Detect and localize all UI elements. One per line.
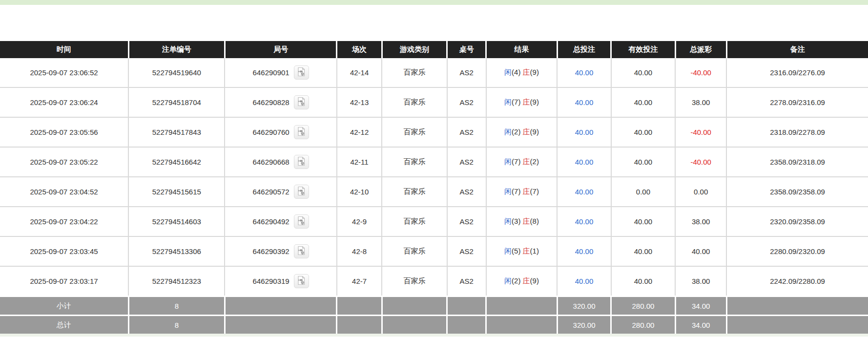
player-result-label: 闲	[504, 217, 512, 225]
game-no-value: 646290901	[253, 68, 289, 77]
game-no-wrap: 646290760	[225, 125, 336, 139]
result-cell: 闲(7) 庄(7)	[486, 177, 558, 207]
video-record-button[interactable]	[294, 185, 309, 199]
game-no-cell: 646290828	[225, 87, 336, 117]
top-status-bar	[0, 0, 868, 5]
bet-id-cell: 522794518704	[128, 87, 225, 117]
game-no-cell: 646290760	[225, 117, 336, 147]
remark-cell: 2280.09/2320.09	[726, 236, 868, 266]
session-cell: 42-8	[337, 236, 382, 266]
summary-remark-cell	[726, 316, 868, 334]
game-no-value: 646290760	[253, 128, 289, 136]
bet-records-section: 时间注单编号局号场次游戏类别桌号结果总投注有效投注总派彩备注 2025-09-0…	[0, 41, 868, 334]
player-result-label: 闲	[504, 68, 512, 76]
game-no-cell: 646290392	[225, 236, 336, 266]
total-bet-link[interactable]: 40.00	[575, 158, 594, 166]
game-no-wrap: 646290901	[225, 65, 336, 80]
bet-id-cell: 522794514603	[128, 207, 225, 236]
table-row: 2025-09-07 23:06:24522794518704646290828…	[0, 87, 868, 117]
table-no-cell: AS2	[447, 87, 486, 117]
table-row: 2025-09-07 23:03:17522794512323646290319…	[0, 266, 868, 297]
player-result-score: (2)	[512, 128, 520, 136]
total-bet-cell: 40.00	[557, 117, 611, 147]
total-bet-link[interactable]: 40.00	[575, 247, 594, 255]
result-cell: 闲(4) 庄(9)	[486, 58, 558, 87]
total-bet-link[interactable]: 40.00	[575, 128, 594, 136]
game-no-cell: 646290901	[225, 58, 336, 87]
game-no-cell: 646290492	[225, 207, 336, 236]
banker-result-label: 庄	[523, 128, 530, 136]
col-header-time: 时间	[0, 41, 128, 58]
summary-empty-table-no-cell	[447, 297, 486, 316]
banker-result-label: 庄	[523, 98, 530, 106]
result-cell: 闲(2) 庄(9)	[486, 266, 558, 297]
total-bet-link[interactable]: 40.00	[575, 98, 594, 106]
time-cell: 2025-09-07 23:05:22	[0, 147, 128, 177]
table-no-cell: AS2	[447, 147, 486, 177]
summary-count-cell: 8	[128, 297, 225, 316]
player-result-score: (7)	[512, 187, 520, 195]
total-bet-link[interactable]: 40.00	[575, 277, 594, 285]
banker-result-score: (1)	[530, 247, 539, 255]
video-record-icon	[296, 97, 306, 108]
session-cell: 42-9	[337, 207, 382, 236]
video-record-button[interactable]	[294, 65, 309, 80]
valid-bet-cell: 40.00	[611, 58, 676, 87]
payout-cell: -40.00	[675, 58, 726, 87]
video-record-icon	[296, 216, 306, 227]
summary-payout-cell: 34.00	[675, 297, 726, 316]
banker-result-score: (9)	[530, 128, 539, 136]
game-no-cell: 646290668	[225, 147, 336, 177]
video-record-button[interactable]	[294, 155, 309, 169]
total-bet-link[interactable]: 40.00	[575, 68, 594, 77]
game-no-wrap: 646290492	[225, 214, 336, 229]
remark-cell: 2320.09/2358.09	[726, 207, 868, 236]
game-type-cell: 百家乐	[382, 207, 447, 236]
col-header-game_type: 游戏类别	[382, 41, 447, 58]
remark-cell: 2358.09/2358.09	[726, 177, 868, 207]
player-result-label: 闲	[504, 128, 512, 136]
total-bet-cell: 40.00	[557, 58, 611, 87]
col-header-game_no: 局号	[225, 41, 336, 58]
video-record-button[interactable]	[294, 95, 309, 109]
game-no-wrap: 646290319	[225, 274, 336, 288]
total-bet-link[interactable]: 40.00	[575, 188, 594, 196]
col-header-table_no: 桌号	[447, 41, 486, 58]
total-bet-cell: 40.00	[557, 266, 611, 297]
payout-cell: 38.00	[675, 87, 726, 117]
video-record-button[interactable]	[294, 274, 309, 288]
bet-records-table: 时间注单编号局号场次游戏类别桌号结果总投注有效投注总派彩备注 2025-09-0…	[0, 41, 868, 334]
summary-empty-session-cell	[337, 297, 382, 316]
total-bet-link[interactable]: 40.00	[575, 217, 594, 226]
video-record-icon	[296, 246, 306, 257]
banker-result-score: (9)	[530, 68, 539, 76]
summary-empty-game-type-cell	[382, 297, 447, 316]
banker-result-score: (2)	[530, 157, 539, 166]
session-cell: 42-13	[337, 87, 382, 117]
banker-result-label: 庄	[523, 68, 530, 76]
summary-empty-result-cell	[486, 297, 558, 316]
col-header-total_bet: 总投注	[557, 41, 611, 58]
video-record-icon	[296, 127, 306, 138]
player-result-label: 闲	[504, 247, 512, 255]
table-row: 2025-09-07 23:04:22522794514603646290492…	[0, 207, 868, 236]
time-cell: 2025-09-07 23:06:52	[0, 58, 128, 87]
bet-id-cell: 522794513306	[128, 236, 225, 266]
result-cell: 闲(7) 庄(2)	[486, 147, 558, 177]
video-record-button[interactable]	[294, 244, 309, 258]
bet-id-cell: 522794519640	[128, 58, 225, 87]
remark-cell: 2358.09/2318.09	[726, 147, 868, 177]
time-cell: 2025-09-07 23:03:17	[0, 266, 128, 297]
player-result-score: (5)	[512, 247, 520, 255]
valid-bet-cell: 40.00	[611, 266, 676, 297]
col-header-valid_bet: 有效投注	[611, 41, 676, 58]
valid-bet-cell: 40.00	[611, 207, 676, 236]
summary-empty-game-type-cell	[382, 316, 447, 334]
video-record-button[interactable]	[294, 214, 309, 229]
game-type-cell: 百家乐	[382, 147, 447, 177]
game-type-cell: 百家乐	[382, 236, 447, 266]
game-type-cell: 百家乐	[382, 266, 447, 297]
video-record-button[interactable]	[294, 125, 309, 139]
player-result-score: (7)	[512, 157, 520, 166]
summary-valid-bet-cell: 280.00	[611, 297, 676, 316]
